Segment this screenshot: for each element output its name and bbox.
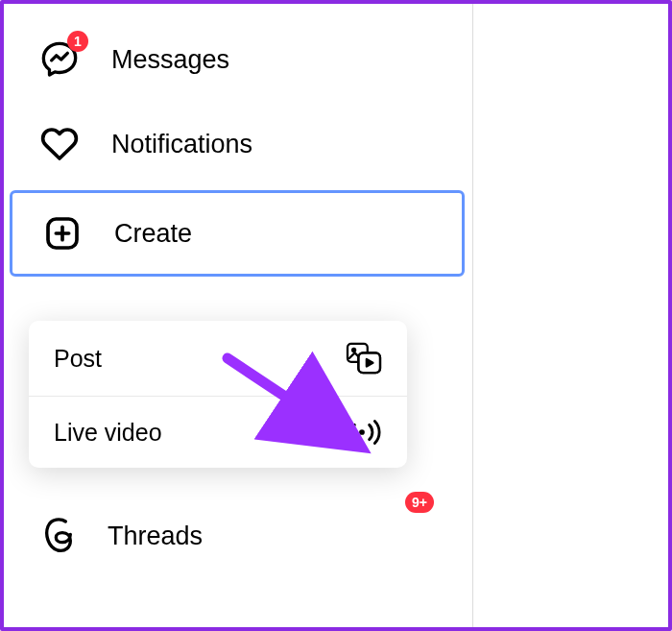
broadcast-icon — [342, 418, 382, 447]
vertical-divider — [472, 4, 473, 627]
post-media-icon — [346, 342, 382, 375]
sidebar-item-create[interactable]: Create — [10, 190, 465, 277]
messenger-icon: 1 — [38, 38, 81, 81]
threads-badge: 9+ — [405, 492, 434, 513]
messages-badge: 1 — [67, 31, 88, 52]
create-option-label: Live video — [54, 419, 162, 447]
sidebar: 1 Messages Notifications Create — [4, 4, 472, 282]
svg-point-8 — [359, 429, 365, 435]
sidebar-item-threads[interactable]: 9+ Threads — [4, 499, 426, 572]
sidebar-item-label: Create — [114, 219, 192, 249]
sidebar-item-label: Notifications — [111, 130, 252, 159]
app-frame: 1 Messages Notifications Create — [0, 0, 672, 631]
create-popover: Post Live video — [29, 321, 407, 468]
threads-icon: 9+ — [38, 517, 77, 555]
svg-point-4 — [352, 349, 355, 352]
sidebar-item-notifications[interactable]: Notifications — [4, 106, 472, 182]
create-option-label: Post — [54, 345, 102, 373]
heart-icon — [38, 123, 81, 165]
create-option-live-video[interactable]: Live video — [29, 397, 407, 468]
sidebar-item-label: Messages — [111, 45, 229, 75]
sidebar-item-label: Threads — [108, 522, 203, 551]
create-option-post[interactable]: Post — [29, 321, 407, 396]
plus-square-icon — [41, 212, 84, 255]
sidebar-item-messages[interactable]: 1 Messages — [4, 21, 472, 98]
